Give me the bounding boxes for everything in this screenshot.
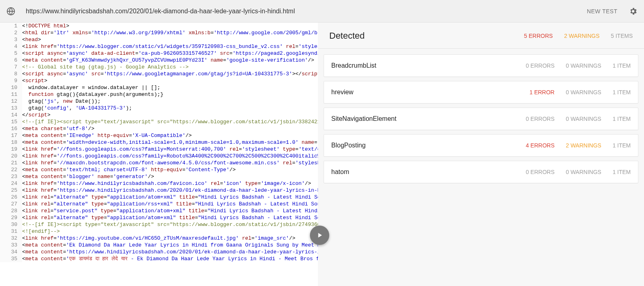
result-card[interactable]: hreview1 ERROR0 WARNINGS1 ITEM <box>324 81 638 104</box>
result-items: 1 ITEM <box>613 116 631 122</box>
line-number: 32 <box>0 235 22 242</box>
result-errors: 1 ERROR <box>529 89 554 95</box>
result-name: SiteNavigationElement <box>331 115 514 122</box>
result-card[interactable]: BreadcrumbList0 ERRORS0 WARNINGS1 ITEM <box>324 54 638 77</box>
result-errors: 0 ERRORS <box>526 116 555 122</box>
code-line: 22<meta content='text/html; charset=UTF-… <box>0 166 318 173</box>
code-line: 34<meta content='https://www.hindilyrics… <box>0 249 318 255</box>
code-content: <link href='https://www.hindilyricsbadsh… <box>22 187 318 194</box>
code-scroll[interactable]: 1<!DOCTYPE html>2<html dir='ltr' xmlns='… <box>0 23 318 286</box>
code-content: <meta content='text/html; charset=UTF-8'… <box>22 166 236 173</box>
line-number: 16 <box>0 125 22 132</box>
line-number: 31 <box>0 228 22 235</box>
code-line: 31<![endif]--> <box>0 228 318 235</box>
globe-icon <box>6 7 15 16</box>
code-line: 1<!DOCTYPE html> <box>0 23 318 29</box>
code-line: 3<head> <box>0 36 318 43</box>
code-content: window.dataLayer = window.dataLayer || [… <box>22 84 160 91</box>
topbar: NEW TEST <box>0 0 644 23</box>
code-line: 2<html dir='ltr' xmlns='http://www.w3.or… <box>0 29 318 36</box>
code-pane: 1<!DOCTYPE html>2<html dir='ltr' xmlns='… <box>0 23 318 286</box>
code-content: gtag('config', 'UA-104331775-3'); <box>22 105 132 112</box>
code-content: <link href='//fonts.googleapis.com/css?f… <box>22 153 318 160</box>
line-number: 12 <box>0 98 22 105</box>
code-line: 6<meta content='gFY_K63WnmwdyjkhQxr_OU57… <box>0 57 318 64</box>
code-line: 32<link href='https://img.youtube.com/vi… <box>0 235 318 242</box>
code-line: 19<link href='//fonts.googleapis.com/css… <box>0 146 318 153</box>
result-name: hreview <box>331 89 518 96</box>
line-number: 24 <box>0 180 22 187</box>
code-line: 10 window.dataLayer = window.dataLayer |… <box>0 84 318 91</box>
code-line: 35<meta content='एक डायमंड दा हार लेदे य… <box>0 255 318 262</box>
line-number: 28 <box>0 207 22 214</box>
code-line: 29<link rel="alternate" type="applicatio… <box>0 214 318 221</box>
line-number: 21 <box>0 160 22 166</box>
code-line: 4<link href='https://www.blogger.com/sta… <box>0 43 318 50</box>
line-number: 6 <box>0 57 22 64</box>
result-card[interactable]: SiteNavigationElement0 ERRORS0 WARNINGS1… <box>324 108 638 130</box>
code-content: <link href='https://www.hindilyricsbadsh… <box>22 180 311 187</box>
summary-errors: 5 ERRORS <box>524 33 553 39</box>
code-line: 26<link rel="alternate" type="applicatio… <box>0 194 318 201</box>
code-line: 14</script> <box>0 112 318 118</box>
code-content: <link rel="alternate" type="application/… <box>22 214 318 221</box>
line-number: 8 <box>0 70 22 77</box>
code-line: 23<meta content='blogger' name='generato… <box>0 173 318 180</box>
line-number: 18 <box>0 139 22 146</box>
code-content: <meta content='Ek Diamond Da Haar Lede Y… <box>22 242 318 249</box>
main: 1<!DOCTYPE html>2<html dir='ltr' xmlns='… <box>0 23 644 286</box>
code-content: <meta content='blogger' name='generator'… <box>22 173 154 180</box>
result-warnings: 0 WARNINGS <box>566 169 601 175</box>
code-content: <head> <box>22 36 41 43</box>
code-line: 16<meta charset='utf-8'/> <box>0 125 318 132</box>
result-warnings: 0 WARNINGS <box>566 62 601 69</box>
line-number: 33 <box>0 242 22 249</box>
code-content: <html dir='ltr' xmlns='http://www.w3.org… <box>22 29 318 36</box>
gear-icon[interactable] <box>629 7 638 16</box>
code-content: gtag('js', new Date()); <box>22 98 101 105</box>
code-content: <meta charset='utf-8'/> <box>22 125 94 132</box>
result-name: hatom <box>331 168 514 176</box>
run-test-fab[interactable] <box>310 226 329 245</box>
code-content: <!DOCTYPE html> <box>22 23 69 29</box>
new-test-button[interactable]: NEW TEST <box>582 5 622 18</box>
code-line: 17<meta content='IE=edge' http-equiv='X-… <box>0 132 318 139</box>
code-content: <!--[if IE]><script type="text/javascrip… <box>22 118 318 125</box>
result-warnings: 2 WARNINGS <box>566 142 601 149</box>
code-line: 15<!--[if IE]><script type="text/javascr… <box>0 118 318 125</box>
line-number: 11 <box>0 91 22 98</box>
code-line: 24<link href='https://www.hindilyricsbad… <box>0 180 318 187</box>
url-input[interactable] <box>22 5 576 17</box>
result-header: Detected 5 ERRORS 2 WARNINGS 5 ITEMS <box>318 23 644 48</box>
code-content: <link rel="service.post" type="applicati… <box>22 207 318 214</box>
line-number: 7 <box>0 64 22 70</box>
line-number: 34 <box>0 249 22 255</box>
result-pane: Detected 5 ERRORS 2 WARNINGS 5 ITEMS Bre… <box>318 23 644 286</box>
line-number: 27 <box>0 201 22 207</box>
code-content: <!--[if IE]><script type="text/javascrip… <box>22 221 318 228</box>
code-content: </script> <box>22 112 50 118</box>
code-content: <![endif]--> <box>22 228 60 235</box>
line-number: 22 <box>0 166 22 173</box>
line-number: 26 <box>0 194 22 201</box>
result-name: BreadcrumbList <box>331 62 514 69</box>
code-content: <meta content='एक डायमंड दा हार लेदे यार… <box>22 255 318 262</box>
result-items: 1 ITEM <box>613 169 631 175</box>
result-card[interactable]: BlogPosting4 ERRORS2 WARNINGS1 ITEM <box>324 134 638 157</box>
code-line: 18<meta content='width=device-width,init… <box>0 139 318 146</box>
code-content: <script> <box>22 77 47 84</box>
code-line: 20<link href='//fonts.googleapis.com/css… <box>0 153 318 160</box>
code-line: 13 gtag('config', 'UA-104331775-3'); <box>0 105 318 112</box>
line-number: 20 <box>0 153 22 160</box>
code-content: <link href='//fonts.googleapis.com/css?f… <box>22 146 318 153</box>
result-errors: 4 ERRORS <box>526 142 555 149</box>
result-card[interactable]: hatom0 ERRORS0 WARNINGS1 ITEM <box>324 161 638 183</box>
code-line: 7<!-- Global site tag (gtag.js) - Google… <box>0 64 318 70</box>
line-number: 1 <box>0 23 22 29</box>
code-content: function gtag(){dataLayer.push(arguments… <box>22 91 163 98</box>
code-line: 5<script async='async' data-ad-client='c… <box>0 50 318 57</box>
line-number: 3 <box>0 36 22 43</box>
code-content: <meta content='gFY_K63WnmwdyjkhQxr_OU57y… <box>22 57 314 64</box>
line-number: 19 <box>0 146 22 153</box>
line-number: 30 <box>0 221 22 228</box>
